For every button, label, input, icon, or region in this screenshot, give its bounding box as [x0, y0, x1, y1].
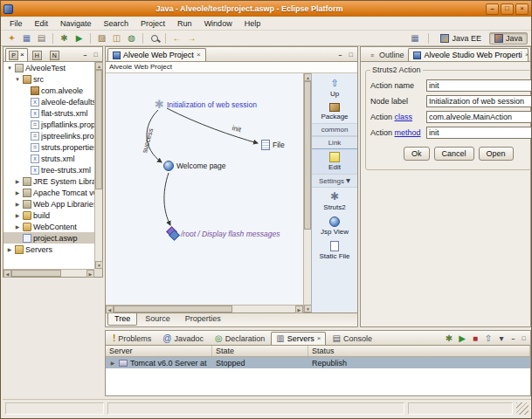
- column-header-state[interactable]: State: [212, 346, 308, 356]
- menu-item-run[interactable]: Run: [171, 17, 198, 30]
- field-input-1[interactable]: [426, 95, 532, 107]
- view-tab-servers[interactable]: Servers: [271, 332, 326, 345]
- tree-item[interactable]: JRE System Library [jav: [3, 175, 94, 187]
- expanded-arrow-icon[interactable]: [6, 65, 13, 71]
- scroll-down-icon[interactable]: [95, 261, 103, 269]
- collapsed-arrow-icon[interactable]: [14, 189, 21, 196]
- open-button[interactable]: Open: [479, 147, 514, 161]
- tree-item[interactable]: jspflatlinks.propert: [3, 119, 94, 130]
- maximize-view-icon[interactable]: [519, 333, 529, 343]
- minimize-view-icon[interactable]: [335, 50, 345, 59]
- menu-item-search[interactable]: Search: [98, 17, 135, 30]
- scroll-left-icon[interactable]: [3, 270, 11, 278]
- diagram-node-file[interactable]: File: [261, 140, 285, 150]
- tree-item[interactable]: Servers: [3, 244, 94, 255]
- forward-button[interactable]: [184, 31, 199, 45]
- menu-item-project[interactable]: Project: [135, 17, 171, 30]
- collapsed-arrow-icon[interactable]: [6, 246, 13, 252]
- debug-button[interactable]: [57, 31, 72, 45]
- minimize-view-icon[interactable]: [508, 333, 518, 343]
- save-button[interactable]: [19, 31, 34, 45]
- palette-drawer-link[interactable]: Link: [312, 136, 357, 149]
- diagram-node-root[interactable]: /root / Display flash messages: [167, 228, 280, 239]
- new-java-project-button[interactable]: [94, 31, 109, 45]
- view-menu-button[interactable]: [495, 333, 508, 345]
- scroll-right-icon[interactable]: [86, 270, 94, 278]
- scrollbar-track[interactable]: [61, 270, 86, 277]
- editor-tab-alveole-web-project[interactable]: Alveole Web Project: [107, 48, 206, 61]
- new-class-button[interactable]: [124, 31, 139, 45]
- palette-item-edit[interactable]: Edit: [312, 149, 357, 174]
- view-tab-alveole-studio-web-properti[interactable]: Alveole Studio Web Properti: [408, 48, 529, 61]
- tree-item[interactable]: project.aswp: [3, 232, 94, 244]
- menu-item-navigate[interactable]: Navigate: [54, 17, 98, 30]
- tree-item[interactable]: build: [3, 210, 94, 221]
- maximize-button[interactable]: [501, 3, 514, 15]
- tree-item[interactable]: tree-struts.xml: [3, 164, 94, 175]
- server-row[interactable]: Tomcat v6.0 Server at localhStoppedRepub…: [106, 357, 530, 368]
- collapsed-arrow-icon[interactable]: [14, 201, 21, 207]
- open-perspective-button[interactable]: [407, 31, 422, 45]
- diagram-node-welcome[interactable]: Welcome page: [163, 161, 226, 171]
- titlebar[interactable]: Java - Alveole/test/project.aswp - Eclip…: [1, 1, 531, 17]
- diagram-canvas[interactable]: Initialization of web sessionFileWelcome…: [106, 73, 303, 305]
- menu-item-edit[interactable]: Edit: [29, 17, 55, 30]
- palette-item-up[interactable]: Up: [312, 75, 357, 100]
- publish-view-button[interactable]: [482, 333, 494, 345]
- tree-item[interactable]: struts.xml: [3, 153, 94, 164]
- print-button[interactable]: [34, 31, 49, 45]
- maximize-view-icon[interactable]: [346, 50, 356, 59]
- close-icon[interactable]: [197, 52, 201, 58]
- menu-item-file[interactable]: File: [3, 17, 29, 30]
- perspective-java[interactable]: Java: [489, 32, 528, 45]
- menu-item-window[interactable]: Window: [198, 17, 238, 30]
- new-package-button[interactable]: [109, 31, 124, 45]
- scrollbar-thumb[interactable]: [95, 70, 102, 189]
- diagram-node-init[interactable]: Initialization of web session: [155, 98, 257, 111]
- scrollbar-thumb[interactable]: [114, 306, 232, 313]
- palette-item-package[interactable]: Package: [312, 100, 357, 123]
- perspective-java-ee[interactable]: Java EE: [435, 32, 487, 45]
- scrollbar-thumb[interactable]: [304, 81, 311, 230]
- new-wizard-button[interactable]: [4, 31, 19, 45]
- palette-drawer-settings[interactable]: Settings: [312, 174, 357, 188]
- tree-item[interactable]: struts.properties: [3, 141, 94, 153]
- editor-mode-tab-properties[interactable]: Properties: [178, 313, 228, 326]
- scrollbar-track[interactable]: [304, 230, 311, 305]
- field-input-3[interactable]: [426, 127, 532, 139]
- back-button[interactable]: [169, 31, 184, 45]
- editor-mode-tab-tree[interactable]: Tree: [107, 313, 137, 326]
- scrollbar-track[interactable]: [232, 306, 295, 313]
- expanded-arrow-icon[interactable]: [14, 77, 21, 82]
- tree-item[interactable]: com.alveole: [3, 85, 94, 96]
- collapsed-arrow-icon[interactable]: [14, 178, 21, 184]
- close-button[interactable]: [515, 3, 529, 15]
- collapsed-arrow-icon[interactable]: [109, 360, 116, 366]
- column-header-status[interactable]: Status: [308, 346, 530, 356]
- scroll-right-icon[interactable]: [295, 306, 303, 313]
- maximize-view-icon[interactable]: [91, 50, 100, 59]
- minimize-button[interactable]: [486, 3, 499, 15]
- view-tab-problems[interactable]: Problems: [107, 332, 156, 345]
- stop-view-button[interactable]: [469, 333, 481, 345]
- scroll-left-icon[interactable]: [106, 306, 114, 313]
- palette-drawer-common[interactable]: common: [312, 123, 357, 136]
- palette-item-static-file[interactable]: Static File: [312, 238, 357, 263]
- collapsed-arrow-icon[interactable]: [14, 223, 21, 230]
- view-tab-declaration[interactable]: Declaration: [210, 332, 270, 345]
- view-tab-h[interactable]: H: [29, 48, 45, 61]
- resize-grip[interactable]: [516, 402, 529, 415]
- debug-view-button[interactable]: [443, 333, 455, 345]
- view-tab-javadoc[interactable]: Javadoc: [157, 332, 209, 345]
- view-tab-n[interactable]: N: [46, 48, 63, 61]
- tree-item[interactable]: flat-struts.xml: [3, 107, 94, 119]
- method-link[interactable]: method: [395, 128, 421, 137]
- search-button[interactable]: [147, 31, 162, 45]
- menu-item-help[interactable]: Help: [238, 17, 267, 30]
- cancel-button[interactable]: Cancel: [434, 147, 474, 161]
- minimize-view-icon[interactable]: [80, 50, 90, 59]
- view-tab-outline[interactable]: Outline: [363, 48, 407, 61]
- view-tab-p[interactable]: P: [5, 48, 28, 61]
- class-link[interactable]: class: [395, 113, 413, 121]
- collapsed-arrow-icon[interactable]: [14, 212, 21, 218]
